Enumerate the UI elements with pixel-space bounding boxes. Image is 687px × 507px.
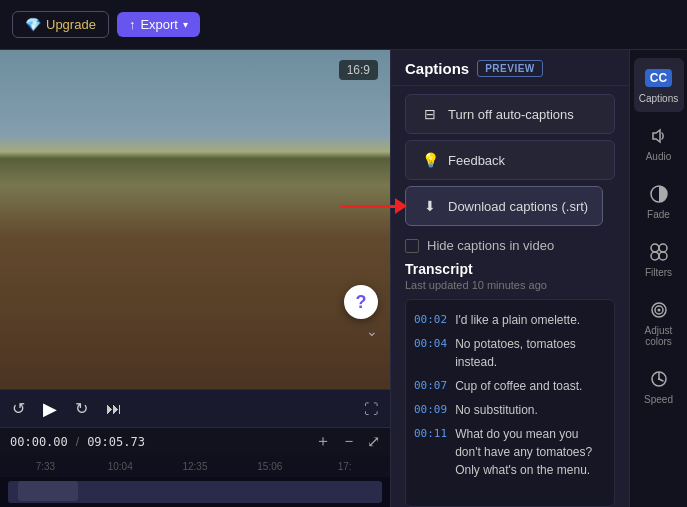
svg-point-7 <box>657 309 660 312</box>
captions-header: Captions PREVIEW <box>391 50 629 86</box>
ruler-mark-4: 15:06 <box>232 461 307 472</box>
captions-title: Captions <box>405 60 469 77</box>
svg-point-3 <box>651 252 659 260</box>
ruler-mark-1: 7:33 <box>8 461 83 472</box>
transcript-item-1: 00:02 I'd like a plain omelette. <box>414 308 606 332</box>
hide-captions-label: Hide captions in video <box>427 238 554 253</box>
remove-marker-button[interactable]: － <box>341 431 357 452</box>
sidebar-label-filters: Filters <box>645 267 672 278</box>
timestamp-5[interactable]: 00:11 <box>414 425 447 479</box>
sidebar-item-audio[interactable]: Audio <box>634 116 684 170</box>
transcript-section: Transcript Last updated 10 minutes ago 0… <box>391 261 629 507</box>
timestamp-1[interactable]: 00:02 <box>414 311 447 329</box>
current-time: 00:00.00 <box>10 435 68 449</box>
ruler-mark-3: 12:35 <box>158 461 233 472</box>
transcript-text-3: Cup of coffee and toast. <box>455 377 606 395</box>
transcript-item-5: 00:11 What do you mean you don't have an… <box>414 422 606 482</box>
svg-point-4 <box>659 252 667 260</box>
transcript-text-1: I'd like a plain omelette. <box>455 311 606 329</box>
top-bar-left: 💎 Upgrade ↑ Export ▾ <box>12 11 675 38</box>
forward-button[interactable]: ↻ <box>71 397 92 420</box>
sidebar-item-captions[interactable]: CC Captions <box>634 58 684 112</box>
fullscreen-button[interactable]: ⛶ <box>360 399 382 419</box>
sidebar-label-captions: Captions <box>639 93 678 104</box>
timestamp-4[interactable]: 00:09 <box>414 401 447 419</box>
transcript-list[interactable]: 00:02 I'd like a plain omelette. 00:04 N… <box>405 299 615 507</box>
scene-overlay <box>0 50 390 389</box>
sidebar-item-adjust-colors[interactable]: Adjust colors <box>634 290 684 355</box>
timestamp-3[interactable]: 00:07 <box>414 377 447 395</box>
help-button[interactable]: ? <box>344 285 378 319</box>
captions-panel: Captions PREVIEW ⊟ Turn off auto-caption… <box>390 50 629 507</box>
timestamp-2[interactable]: 00:04 <box>414 335 447 371</box>
chevron-down-icon: ▾ <box>183 19 188 30</box>
turn-off-autocaptions-button[interactable]: ⊟ Turn off auto-captions <box>405 94 615 134</box>
video-placeholder: 16:9 ? ⌄ <box>0 50 390 389</box>
icon-sidebar: CC Captions Audio Fade <box>629 50 687 507</box>
total-time: 09:05.73 <box>87 435 145 449</box>
transcript-title: Transcript <box>405 261 615 277</box>
track-inner <box>8 481 382 503</box>
transcript-item-2: 00:04 No potatoes, tomatoes instead. <box>414 332 606 374</box>
download-captions-button[interactable]: ⬇ Download captions (.srt) <box>405 186 603 226</box>
captions-icon: CC <box>647 66 671 90</box>
lightbulb-icon: 💡 <box>420 150 440 170</box>
sidebar-label-audio: Audio <box>646 151 672 162</box>
fit-timeline-button[interactable]: ⤢ <box>367 431 380 452</box>
aspect-ratio-badge: 16:9 <box>339 60 378 80</box>
sidebar-label-speed: Speed <box>644 394 673 405</box>
play-button[interactable]: ▶ <box>39 396 61 422</box>
download-icon: ⬇ <box>420 196 440 216</box>
left-panel: 16:9 ? ⌄ ↺ ▶ ↻ ⏭ ⛶ 00:00.00 / 09:05.73 ＋… <box>0 50 390 507</box>
red-arrow <box>340 198 407 214</box>
transcript-text-2: No potatoes, tomatoes instead. <box>455 335 606 371</box>
fade-icon <box>647 182 671 206</box>
time-separator: / <box>76 435 79 449</box>
sidebar-item-fade[interactable]: Fade <box>634 174 684 228</box>
timeline-ruler: 7:33 10:04 12:35 15:06 17: <box>0 455 390 477</box>
ruler-mark-5: 17: <box>307 461 382 472</box>
svg-point-1 <box>651 244 659 252</box>
upgrade-button[interactable]: 💎 Upgrade <box>12 11 109 38</box>
ruler-mark-2: 10:04 <box>83 461 158 472</box>
upload-icon: ↑ <box>129 17 136 32</box>
upgrade-label: Upgrade <box>46 17 96 32</box>
transcript-subtitle: Last updated 10 minutes ago <box>405 279 615 291</box>
svg-point-9 <box>658 378 660 380</box>
audio-icon <box>647 124 671 148</box>
timeline-track[interactable] <box>0 477 390 507</box>
next-frame-button[interactable]: ⏭ <box>102 398 126 420</box>
download-label: Download captions (.srt) <box>448 199 588 214</box>
main-layout: 16:9 ? ⌄ ↺ ▶ ↻ ⏭ ⛶ 00:00.00 / 09:05.73 ＋… <box>0 50 687 507</box>
expand-chevron-icon[interactable]: ⌄ <box>366 323 378 339</box>
question-mark-icon: ? <box>356 292 367 313</box>
svg-point-2 <box>659 244 667 252</box>
captions-actions: ⊟ Turn off auto-captions 💡 Feedback ⬇ Do… <box>391 86 629 234</box>
transcript-item-3: 00:07 Cup of coffee and toast. <box>414 374 606 398</box>
sidebar-label-fade: Fade <box>647 209 670 220</box>
closed-captions-icon: ⊟ <box>420 104 440 124</box>
feedback-label: Feedback <box>448 153 505 168</box>
hide-captions-checkbox[interactable] <box>405 239 419 253</box>
timeline-bar: 00:00.00 / 09:05.73 ＋ － ⤢ <box>0 427 390 455</box>
transcript-item-4: 00:09 No substitution. <box>414 398 606 422</box>
video-area: 16:9 ? ⌄ <box>0 50 390 389</box>
timeline-buttons: ＋ － ⤢ <box>315 431 380 452</box>
download-row: ⬇ Download captions (.srt) <box>405 186 615 226</box>
feedback-button[interactable]: 💡 Feedback <box>405 140 615 180</box>
speed-icon <box>647 367 671 391</box>
sidebar-item-filters[interactable]: Filters <box>634 232 684 286</box>
preview-badge: PREVIEW <box>477 60 543 77</box>
top-bar: 💎 Upgrade ↑ Export ▾ <box>0 0 687 50</box>
arrow-head <box>395 198 407 214</box>
filters-icon <box>647 240 671 264</box>
transcript-text-5: What do you mean you don't have any toma… <box>455 425 606 479</box>
rewind-button[interactable]: ↺ <box>8 397 29 420</box>
hide-captions-row: Hide captions in video <box>391 234 629 261</box>
add-marker-button[interactable]: ＋ <box>315 431 331 452</box>
sidebar-label-adjust-colors: Adjust colors <box>638 325 680 347</box>
export-button[interactable]: ↑ Export ▾ <box>117 12 200 37</box>
arrow-shaft <box>340 205 395 208</box>
adjust-colors-icon <box>647 298 671 322</box>
sidebar-item-speed[interactable]: Speed <box>634 359 684 413</box>
